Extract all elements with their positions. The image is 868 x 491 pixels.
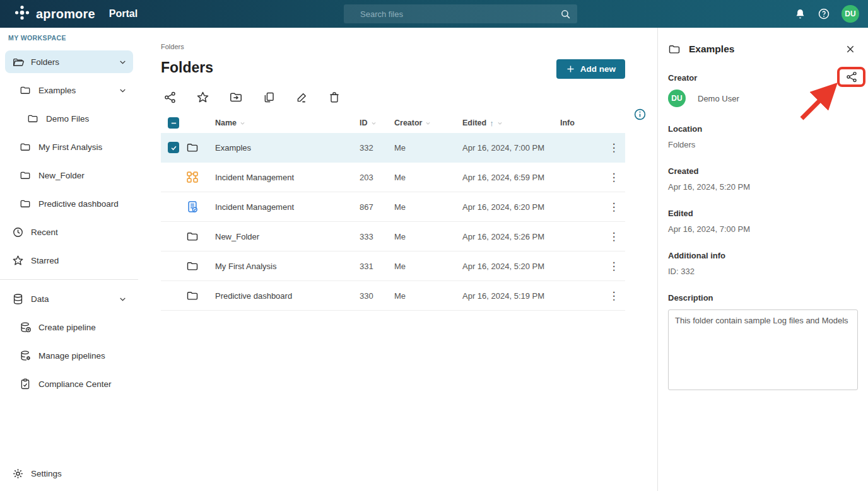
info-icon[interactable] — [632, 107, 648, 122]
row-checkbox[interactable] — [168, 142, 179, 153]
topbar: apromore Portal DU — [0, 0, 868, 28]
sidebar-item-settings[interactable]: Settings — [5, 462, 133, 485]
table-row[interactable]: Incident Management 867 Me Apr 16, 2024,… — [161, 192, 625, 222]
row-creator: Me — [394, 232, 462, 241]
sidebar: MY WORKSPACE Folders Examples Demo Files — [0, 28, 138, 491]
row-edited: Apr 16, 2024, 6:20 PM — [462, 202, 560, 212]
sidebar-item-label: Settings — [31, 469, 62, 478]
column-header-name[interactable]: Name — [215, 118, 360, 127]
row-menu-kebab-icon[interactable]: ⋮ — [604, 288, 625, 304]
sort-chevron-icon — [371, 120, 377, 126]
row-id: 203 — [360, 173, 394, 182]
sidebar-item-compliance-center[interactable]: Compliance Center — [13, 373, 133, 395]
table-row[interactable]: Predictive dashboard 330 Me Apr 16, 2024… — [161, 281, 625, 311]
main-content: Folders Folders Add new — [138, 28, 657, 491]
folder-open-icon — [11, 56, 24, 68]
row-name: Incident Management — [215, 173, 360, 182]
row-menu-kebab-icon[interactable]: ⋮ — [604, 229, 625, 245]
row-id: 332 — [360, 143, 394, 153]
user-avatar[interactable]: DU — [842, 5, 859, 23]
column-header-id[interactable]: ID — [360, 118, 394, 127]
additional-info-value: ID: 332 — [668, 267, 858, 276]
delete-icon[interactable] — [327, 90, 342, 105]
sidebar-item-recent[interactable]: Recent — [5, 221, 133, 243]
add-new-button[interactable]: Add new — [556, 59, 625, 79]
sort-chevron-icon — [425, 120, 431, 126]
row-menu-kebab-icon[interactable]: ⋮ — [604, 140, 625, 156]
sidebar-item-predictive-dashboard[interactable]: Predictive dashboard — [13, 192, 133, 215]
page-title: Folders — [161, 59, 213, 76]
row-edited: Apr 16, 2024, 6:59 PM — [462, 173, 560, 182]
description-textarea[interactable]: This folder contain sample Log files and… — [668, 309, 858, 390]
chevron-down-icon[interactable] — [119, 58, 127, 66]
folder-icon — [19, 141, 32, 153]
edit-icon[interactable] — [294, 90, 310, 105]
row-edited: Apr 16, 2024, 5:20 PM — [462, 262, 560, 271]
row-id: 330 — [360, 291, 394, 301]
table-row[interactable]: My First Analysis 331 Me Apr 16, 2024, 5… — [161, 251, 625, 281]
sidebar-item-label: Data — [31, 294, 49, 304]
star-icon[interactable] — [195, 90, 211, 105]
created-value: Apr 16, 2024, 5:20 PM — [668, 182, 858, 192]
creator-label: Creator — [668, 73, 858, 83]
edited-label: Edited — [668, 209, 858, 218]
folder-icon — [186, 230, 215, 243]
apromore-logo-icon — [14, 4, 30, 23]
search-input[interactable] — [344, 9, 554, 19]
help-icon[interactable] — [818, 8, 830, 20]
row-menu-kebab-icon[interactable]: ⋮ — [604, 199, 625, 215]
sidebar-item-starred[interactable]: Starred — [5, 249, 133, 272]
search-bar[interactable] — [344, 4, 577, 23]
sidebar-item-data[interactable]: Data — [5, 287, 133, 310]
close-icon[interactable] — [843, 42, 858, 57]
event-log-icon — [186, 200, 215, 213]
workspace-section-label: MY WORKSPACE — [0, 34, 138, 50]
table-row[interactable]: Incident Management 203 Me Apr 16, 2024,… — [161, 163, 625, 192]
copy-icon[interactable] — [261, 90, 277, 105]
chevron-down-icon[interactable] — [119, 295, 127, 303]
sidebar-item-label: Folders — [31, 57, 59, 67]
chevron-down-icon[interactable] — [119, 86, 127, 95]
clipboard-check-icon — [19, 378, 32, 390]
folder-icon — [19, 170, 32, 181]
row-name: Incident Management — [215, 202, 360, 212]
brand-name: apromore — [36, 7, 95, 21]
creator-avatar: DU — [668, 90, 686, 107]
apromore-logo[interactable]: apromore — [0, 4, 95, 23]
sidebar-item-demo-files[interactable]: Demo Files — [20, 107, 133, 130]
row-creator: Me — [394, 173, 462, 182]
clock-icon — [11, 226, 24, 238]
row-id: 867 — [360, 202, 394, 212]
search-icon[interactable] — [554, 9, 577, 20]
select-all-checkbox[interactable] — [168, 117, 179, 129]
folder-icon — [186, 141, 215, 154]
sidebar-item-create-pipeline[interactable]: Create pipeline — [13, 316, 133, 338]
sidebar-item-my-first-analysis[interactable]: My First Analysis — [13, 136, 133, 158]
move-folder-icon[interactable] — [228, 89, 244, 105]
column-header-info: Info — [560, 118, 602, 127]
sidebar-item-label: Predictive dashboard — [38, 199, 119, 209]
notifications-bell-icon[interactable] — [794, 8, 806, 20]
process-model-icon — [186, 171, 215, 183]
column-header-creator[interactable]: Creator — [394, 118, 462, 127]
table-row[interactable]: New_Folder 333 Me Apr 16, 2024, 5:26 PM … — [161, 222, 625, 251]
sidebar-item-manage-pipelines[interactable]: Manage pipelines — [13, 344, 133, 367]
row-menu-kebab-icon[interactable]: ⋮ — [604, 170, 625, 185]
sidebar-item-folders[interactable]: Folders — [5, 50, 133, 73]
database-plus-icon — [19, 321, 32, 333]
share-icon[interactable] — [162, 90, 178, 105]
sidebar-item-examples[interactable]: Examples — [13, 79, 133, 101]
row-name: Examples — [215, 143, 360, 153]
sidebar-item-label: Starred — [31, 256, 59, 265]
share-button[interactable] — [840, 70, 862, 84]
breadcrumb[interactable]: Folders — [161, 43, 184, 50]
row-edited: Apr 16, 2024, 5:26 PM — [462, 232, 560, 241]
sidebar-item-label: Manage pipelines — [38, 351, 105, 361]
table-row[interactable]: Examples 332 Me Apr 16, 2024, 7:00 PM ⋮ — [161, 133, 625, 163]
column-header-edited[interactable]: Edited ↑ — [462, 118, 560, 128]
row-menu-kebab-icon[interactable]: ⋮ — [604, 258, 625, 274]
sidebar-item-new-folder[interactable]: New_Folder — [13, 164, 133, 187]
folder-icon — [186, 289, 215, 302]
table-header: Name ID Creator Edited ↑ Info — [161, 113, 625, 133]
row-name: Predictive dashboard — [215, 291, 360, 301]
